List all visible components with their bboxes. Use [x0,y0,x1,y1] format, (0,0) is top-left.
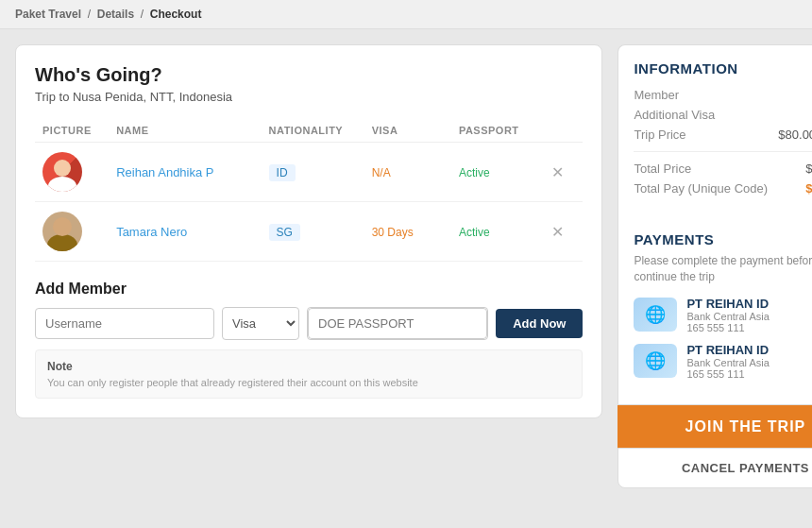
breadcrumb-item-details[interactable]: Details [97,8,134,21]
info-label-total-price: Total Price [634,162,691,176]
passport-field-wrapper: ⊞ [307,307,488,340]
bank-card-2: PT REIHAN ID Bank Central Asia 165 555 1… [634,343,812,380]
visa-value: N/A [372,166,391,179]
information-title: INFORMATION [634,60,812,77]
table-row: Reihan Andhika P ID N/A Active ✕ [35,143,583,202]
bank-info-1: PT REIHAN ID Bank Central Asia 165 555 1… [686,297,769,333]
info-row-trip-price: Trip Price $80.00/person [634,128,812,142]
passport-status: Active [459,166,490,179]
col-header-name: NAME [109,119,261,143]
add-now-button[interactable]: Add Now [496,309,583,338]
passport-scan-button[interactable]: ⊞ [487,308,488,339]
col-header-picture: PICTURE [35,119,109,143]
payments-title: PAYMENTS [634,231,812,247]
avatar [42,152,82,192]
bank-sub-1: Bank Central Asia [686,311,769,322]
col-header-action [538,119,583,143]
bank-icon-1 [634,298,677,332]
breadcrumb-item-checkout: Checkout [150,8,202,21]
breadcrumb: Paket Travel / Details / Checkout [0,0,812,29]
bank-account-2: 165 555 111 [686,368,769,380]
remove-member-button[interactable]: ✕ [546,221,569,243]
info-label-trip-price: Trip Price [634,128,685,142]
add-member-form: Visa30 Days60 DaysN/A ⊞ Add Now [35,307,583,340]
nationality-badge: ID [269,164,296,181]
info-row-visa: Additional Visa $190.00 [634,108,812,122]
table-row: Tamara Nero SG 30 Days Active ✕ [35,202,583,262]
note-box: Note You can only register people that a… [35,349,583,399]
divider [634,151,812,152]
note-text: You can only register people that alread… [47,377,570,388]
col-header-nationality: NATIONALITY [262,119,364,143]
add-member-title: Add Member [35,281,583,298]
col-header-visa: VISA [364,119,451,143]
info-row-member: Member 2 [634,88,812,102]
add-member-section: Add Member Visa30 Days60 DaysN/A ⊞ Add N… [35,281,583,399]
trip-subtitle: Trip to Nusa Penida, NTT, Indonesia [35,90,583,104]
right-panel: INFORMATION Member 2 Additional Visa $19… [617,44,812,488]
member-name: Reihan Andhika P [116,165,213,179]
info-value-total-pay: $290.051 [805,181,812,196]
information-box: INFORMATION Member 2 Additional Visa $19… [617,44,812,216]
info-label-visa: Additional Visa [634,108,715,122]
join-trip-button[interactable]: JOIN THE TRIP [617,405,812,449]
passport-status: Active [459,226,490,239]
bank-icon-2 [634,344,677,378]
members-table: PICTURE NAME NATIONALITY VISA PASSPORT R… [35,119,583,262]
bank-card-1: PT REIHAN ID Bank Central Asia 165 555 1… [634,297,812,333]
payments-box: PAYMENTS Please complete the payment bef… [617,216,812,405]
bank-info-2: PT REIHAN ID Bank Central Asia 165 555 1… [686,343,769,380]
bank-sub-2: Bank Central Asia [686,357,769,368]
info-label-member: Member [634,88,679,102]
note-title: Note [47,360,570,373]
bank-name-1: PT REIHAN ID [686,297,769,311]
cancel-payments-button[interactable]: CANCEL PAYMENTS [617,448,812,488]
col-header-passport: PASSPORT [451,119,538,143]
username-input[interactable] [35,308,214,339]
remove-member-button[interactable]: ✕ [546,162,569,183]
bank-name-2: PT REIHAN ID [686,343,769,357]
visa-value: 30 Days [372,226,414,239]
breadcrumb-item-paket[interactable]: Paket Travel [15,8,81,21]
info-row-total-price: Total Price $290.000 [634,162,812,176]
member-name: Tamara Nero [116,225,187,239]
payments-description: Please complete the payment before you c… [634,253,812,285]
info-row-total-pay: Total Pay (Unique Code) $290.051 [634,181,812,196]
info-value-total-price: $290.000 [805,162,812,176]
nationality-badge: SG [269,224,300,241]
visa-select[interactable]: Visa30 Days60 DaysN/A [222,307,299,340]
info-label-total-pay: Total Pay (Unique Code) [634,181,768,196]
avatar [42,212,82,251]
passport-input[interactable] [308,308,487,339]
bank-account-1: 165 555 111 [686,322,769,333]
info-value-trip-price: $80.00/person [778,128,812,142]
main-layout: Who's Going? Trip to Nusa Penida, NTT, I… [0,29,812,503]
left-panel: Who's Going? Trip to Nusa Penida, NTT, I… [15,44,602,418]
page-title: Who's Going? [35,64,583,86]
